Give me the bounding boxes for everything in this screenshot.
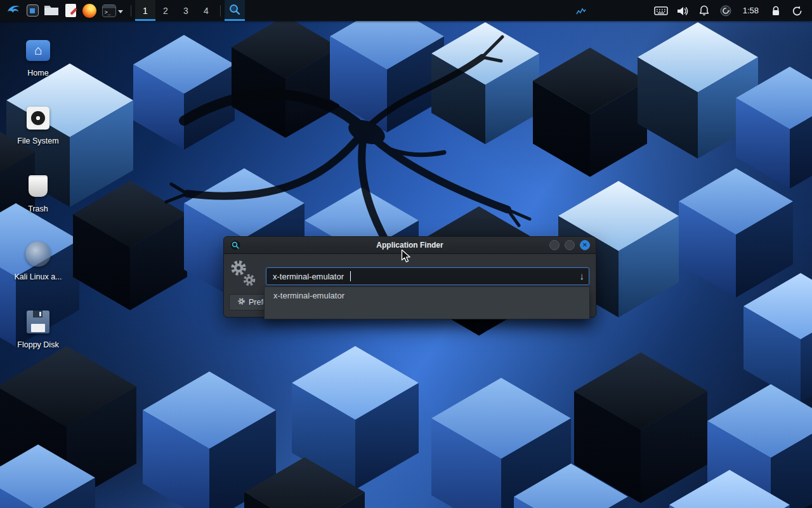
tray-spacer xyxy=(592,0,650,21)
desktop-icon-kali-linux[interactable]: Kali Linux a... xyxy=(8,239,69,307)
file-manager-launcher[interactable] xyxy=(42,0,61,21)
clock[interactable]: 1:58 xyxy=(737,6,765,15)
desktop-icon-label: Home xyxy=(27,69,48,77)
text-editor-icon xyxy=(65,4,76,17)
lock-icon[interactable] xyxy=(765,0,787,21)
search-input[interactable]: x-terminal-emulator ↓ xyxy=(266,267,589,285)
workspace-button-3[interactable]: 3 xyxy=(176,0,196,21)
gear-icon xyxy=(237,297,246,307)
folder-icon xyxy=(44,3,59,18)
minimize-button[interactable] xyxy=(549,240,560,250)
desktop-icon-label: Trash xyxy=(28,204,48,213)
gears-icon xyxy=(228,258,261,294)
desktop-icon-label: Floppy Disk xyxy=(17,340,58,349)
desktop-icon-file-system[interactable]: File System xyxy=(8,103,69,171)
drive-icon xyxy=(23,103,53,133)
window-icon xyxy=(27,4,39,17)
trash-can-icon xyxy=(23,171,53,201)
panel-separator xyxy=(220,5,221,17)
maximize-button[interactable] xyxy=(565,240,575,250)
home-folder-icon: ⌂ xyxy=(23,35,53,65)
kali-disc-icon xyxy=(23,239,53,269)
close-button[interactable]: ✕ xyxy=(580,240,590,250)
workspace-button-4[interactable]: 4 xyxy=(196,0,216,21)
notifications-bell-icon[interactable] xyxy=(693,0,715,21)
firefox-icon xyxy=(82,4,96,18)
top-panel: >_ 1 2 3 4 1:58 xyxy=(0,0,812,21)
window-buttons: ✕ xyxy=(549,240,590,250)
desktop-icon-trash[interactable]: Trash xyxy=(8,171,69,239)
search-icon xyxy=(228,3,241,18)
application-finder-button[interactable] xyxy=(225,0,245,21)
suggestion-item[interactable]: x-terminal-emulator xyxy=(265,287,589,305)
firefox-launcher[interactable] xyxy=(80,0,99,21)
keyboard-icon[interactable] xyxy=(650,0,672,21)
kali-logo-icon xyxy=(6,1,22,20)
activity-graph-icon[interactable] xyxy=(570,0,592,21)
status-icon[interactable] xyxy=(715,0,737,21)
power-icon[interactable] xyxy=(787,0,808,21)
chevron-down-icon xyxy=(118,5,124,17)
terminal-icon: >_ xyxy=(102,4,116,17)
search-query-text: x-terminal-emulator xyxy=(273,272,344,281)
search-suggestions: x-terminal-emulator xyxy=(264,286,590,319)
desktop-icon-floppy-disk[interactable]: Floppy Disk xyxy=(8,307,69,375)
text-editor-launcher[interactable] xyxy=(61,0,80,21)
workspace-button-2[interactable]: 2 xyxy=(155,0,176,21)
text-caret xyxy=(350,271,351,281)
panel-separator xyxy=(131,5,131,17)
desktop-icon-label: File System xyxy=(17,137,58,145)
desktop-icon-home[interactable]: ⌂ Home xyxy=(8,35,69,103)
floppy-disk-icon xyxy=(23,307,53,337)
workspace-button-1[interactable]: 1 xyxy=(135,0,155,21)
appfinder-window-icon xyxy=(230,240,240,253)
volume-icon[interactable] xyxy=(672,0,693,21)
kali-menu-button[interactable] xyxy=(4,0,23,21)
window-title: Application Finder xyxy=(224,237,596,254)
dropdown-arrow-icon[interactable]: ↓ xyxy=(580,271,585,281)
titlebar[interactable]: Application Finder ✕ xyxy=(224,237,596,254)
show-desktop-button[interactable] xyxy=(23,0,42,21)
desktop-icon-label: Kali Linux a... xyxy=(14,272,62,281)
system-tray: 1:58 xyxy=(570,0,808,21)
desktop-icon-column: ⌂ Home File System Trash Kali Linux a...… xyxy=(8,35,69,375)
terminal-launcher[interactable]: >_ xyxy=(99,0,127,21)
